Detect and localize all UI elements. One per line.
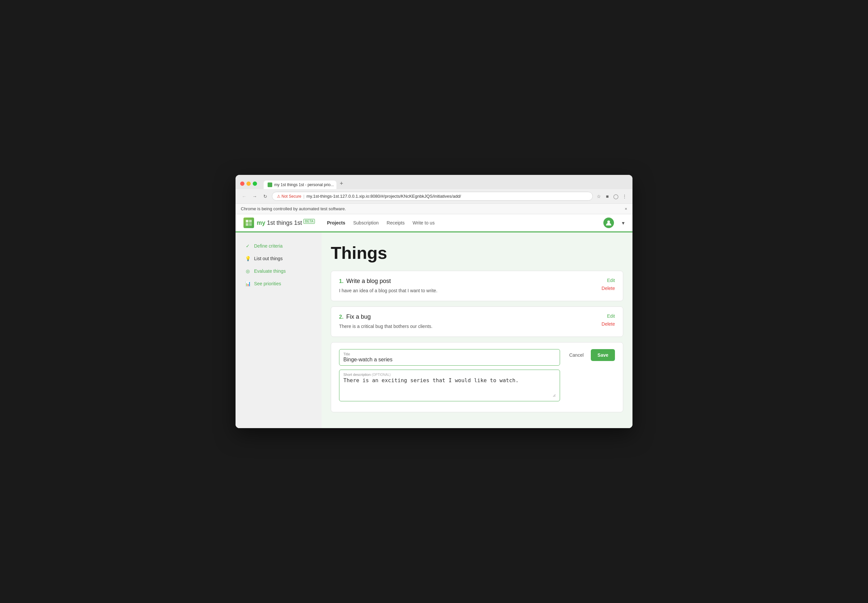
thing-card-2: 2. Fix a bug There is a critical bug tha…	[331, 306, 623, 337]
card-number-2: 2.	[339, 314, 343, 320]
title-label: Title	[343, 352, 556, 356]
sidebar-label-see-priorities: See priorities	[254, 281, 281, 286]
user-dropdown-icon[interactable]: ▾	[622, 220, 625, 226]
account-icon[interactable]: ◯	[612, 193, 619, 199]
add-thing-form: Title Short description (OPTIONAL)	[331, 342, 623, 412]
card-body-1: 1. Write a blog post I have an idea of a…	[339, 278, 595, 294]
description-input[interactable]	[343, 377, 556, 397]
active-tab[interactable]: my 1st things 1st - personal prio... ×	[264, 181, 336, 189]
notification-close-button[interactable]: ×	[625, 206, 627, 211]
address-bar: ← → ↻ ⚠ Not Secure | my.1st-things-1st.1…	[236, 189, 632, 204]
svg-rect-0	[246, 220, 248, 223]
delete-button-2[interactable]: Delete	[602, 321, 615, 326]
traffic-lights	[240, 181, 257, 186]
sidebar-item-evaluate-things[interactable]: ◎ Evaluate things	[241, 266, 316, 277]
extension-icon[interactable]: ■	[604, 193, 611, 199]
security-warning: ⚠ Not Secure	[277, 194, 301, 199]
app-logo: my 1st things 1stBETA	[243, 218, 315, 228]
edit-button-1[interactable]: Edit	[607, 278, 615, 283]
sidebar-label-list-out-things: List out things	[254, 256, 282, 261]
notification-text: Chrome is being controlled by automated …	[241, 206, 346, 211]
card-desc-1: I have an idea of a blog post that I wan…	[339, 287, 595, 294]
back-button[interactable]: ←	[240, 192, 248, 200]
edit-button-2[interactable]: Edit	[607, 314, 615, 319]
nav-subscription[interactable]: Subscription	[353, 220, 379, 226]
description-field-group: Short description (OPTIONAL)	[339, 370, 560, 401]
tab-title: my 1st things 1st - personal prio...	[274, 182, 334, 187]
check-circle-icon: ✓	[245, 243, 251, 249]
chart-icon: 📊	[245, 281, 251, 287]
card-actions-2: Edit Delete	[595, 314, 615, 326]
close-window-button[interactable]	[240, 181, 245, 186]
url-actions: ☆ ■ ◯ ⋮	[595, 193, 628, 199]
form-actions: Cancel Save	[565, 349, 615, 361]
new-tab-button[interactable]: +	[336, 178, 347, 189]
card-header-1: 1. Write a blog post	[339, 278, 595, 284]
tab-bar: my 1st things 1st - personal prio... × +	[264, 178, 628, 189]
maximize-window-button[interactable]	[253, 181, 257, 186]
title-input[interactable]	[343, 357, 556, 363]
svg-rect-3	[249, 223, 252, 226]
url-bar[interactable]: ⚠ Not Secure | my.1st-things-1st.127.0.0…	[272, 192, 593, 201]
thing-card-1: 1. Write a blog post I have an idea of a…	[331, 271, 623, 301]
svg-point-4	[607, 221, 610, 223]
card-title-2: Fix a bug	[346, 314, 371, 320]
card-desc-2: There is a critical bug that bothers our…	[339, 323, 595, 330]
svg-rect-2	[246, 223, 248, 226]
warning-icon: ⚠	[277, 194, 281, 199]
logo-icon	[243, 218, 254, 228]
sidebar: ✓ Define criteria 💡 List out things ◎ Ev…	[236, 232, 321, 428]
title-bar: my 1st things 1st - personal prio... × +	[236, 175, 632, 189]
form-area: Title Short description (OPTIONAL)	[339, 349, 560, 405]
url-text: my.1st-things-1st.127.0.0.1.xip.io:8080/…	[306, 194, 461, 199]
card-header-2: 2. Fix a bug	[339, 314, 595, 320]
notification-bar: Chrome is being controlled by automated …	[236, 204, 632, 214]
card-actions-1: Edit Delete	[595, 278, 615, 291]
tab-favicon	[268, 182, 272, 187]
sidebar-label-define-criteria: Define criteria	[254, 243, 282, 249]
title-field-group: Title	[339, 349, 560, 366]
cancel-button[interactable]: Cancel	[565, 350, 588, 360]
user-avatar[interactable]	[603, 218, 614, 228]
page-title: Things	[331, 243, 623, 263]
card-title-1: Write a blog post	[346, 278, 391, 284]
main-nav: Projects Subscription Receipts Write to …	[327, 220, 434, 226]
svg-rect-1	[249, 220, 252, 223]
bulb-icon: 💡	[245, 255, 251, 261]
forward-button[interactable]: →	[251, 192, 259, 200]
refresh-button[interactable]: ↻	[261, 192, 269, 200]
menu-icon[interactable]: ⋮	[621, 193, 628, 199]
evaluate-icon: ◎	[245, 268, 251, 274]
sidebar-item-list-out-things[interactable]: 💡 List out things	[241, 253, 316, 264]
url-separator: |	[303, 194, 304, 199]
sidebar-item-define-criteria[interactable]: ✓ Define criteria	[241, 240, 316, 252]
minimize-window-button[interactable]	[246, 181, 251, 186]
description-label: Short description (OPTIONAL)	[343, 373, 556, 377]
delete-button-1[interactable]: Delete	[602, 286, 615, 291]
card-number-1: 1.	[339, 278, 343, 284]
nav-receipts[interactable]: Receipts	[387, 220, 405, 226]
bookmark-icon[interactable]: ☆	[595, 193, 602, 199]
app-name: my 1st things 1stBETA	[257, 220, 315, 226]
nav-write-to-us[interactable]: Write to us	[412, 220, 435, 226]
sidebar-label-evaluate-things: Evaluate things	[254, 268, 286, 274]
sidebar-item-see-priorities[interactable]: 📊 See priorities	[241, 278, 316, 289]
save-button[interactable]: Save	[591, 349, 615, 361]
add-card-inner: Title Short description (OPTIONAL)	[339, 349, 615, 405]
main-content: ✓ Define criteria 💡 List out things ◎ Ev…	[236, 232, 632, 428]
browser-window: my 1st things 1st - personal prio... × +…	[236, 175, 632, 428]
content-area: Things 1. Write a blog post I have an id…	[321, 232, 632, 428]
nav-projects[interactable]: Projects	[327, 220, 345, 226]
card-body-2: 2. Fix a bug There is a critical bug tha…	[339, 314, 595, 330]
app-header: my 1st things 1stBETA Projects Subscript…	[236, 214, 632, 232]
